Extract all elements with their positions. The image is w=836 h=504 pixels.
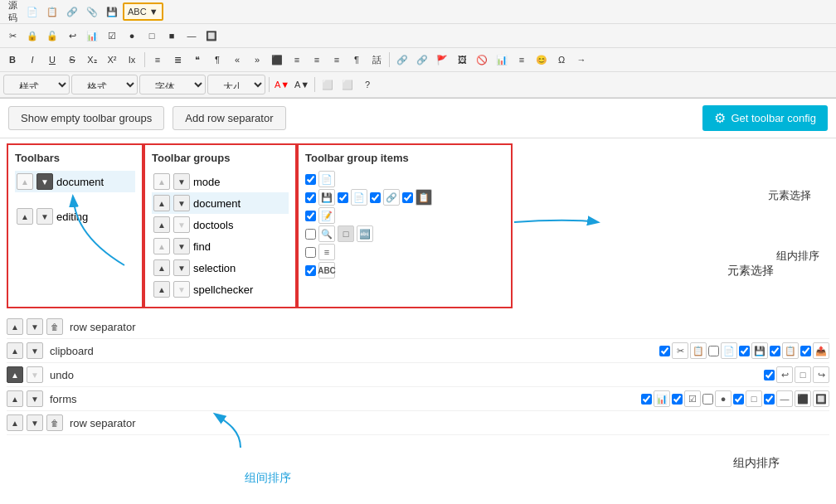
- item-cb-4[interactable]: [305, 229, 316, 240]
- emoji-btn[interactable]: 😊: [532, 51, 551, 69]
- down-document-btn[interactable]: ▼: [36, 173, 53, 190]
- forms-cb3[interactable]: [702, 394, 713, 405]
- alignl-btn[interactable]: ≡: [288, 51, 306, 69]
- forms-cb2[interactable]: [672, 394, 683, 405]
- up-forms-btn[interactable]: ▲: [7, 390, 23, 407]
- group-doctools[interactable]: ▲ ▼ doctools: [152, 214, 289, 235]
- item-cb-2[interactable]: [305, 192, 316, 203]
- clip-cb1[interactable]: [659, 346, 670, 356]
- border-btn[interactable]: 🔲: [202, 27, 221, 45]
- down-forms-btn[interactable]: ▼: [27, 390, 43, 407]
- up-clip-btn[interactable]: ▲: [7, 342, 23, 359]
- item-cb-6[interactable]: [305, 265, 316, 276]
- item-cb-3[interactable]: [305, 211, 316, 221]
- down-sep1-btn[interactable]: ▼: [27, 318, 43, 335]
- abc-btn[interactable]: ABC ▼: [123, 2, 163, 21]
- down-editing-btn[interactable]: ▼: [36, 208, 53, 225]
- anchor-btn[interactable]: 🚩: [433, 51, 451, 69]
- up-document-btn[interactable]: ▲: [17, 173, 33, 190]
- up-undo-btn[interactable]: ▲: [7, 366, 23, 383]
- link-btn[interactable]: 🔗: [393, 51, 411, 69]
- check-btn[interactable]: ☑: [103, 27, 121, 45]
- hline-btn[interactable]: ≡: [513, 51, 531, 69]
- sup-btn[interactable]: X²: [103, 51, 121, 69]
- blockquote-btn[interactable]: ❝: [188, 51, 207, 69]
- ol-btn[interactable]: ≡: [148, 51, 167, 69]
- strike-btn[interactable]: S: [63, 51, 81, 69]
- item-cb-5[interactable]: [305, 247, 316, 258]
- up-mode-btn[interactable]: ▲: [153, 173, 170, 190]
- up-sep2-btn[interactable]: ▲: [7, 414, 23, 431]
- size-select[interactable]: 大小: [207, 75, 265, 94]
- format-select[interactable]: 格式: [71, 75, 138, 94]
- cut-btn[interactable]: ✂: [3, 27, 22, 45]
- down-doctools-btn[interactable]: ▼: [173, 216, 190, 233]
- group-document[interactable]: ▲ ▼ document: [152, 192, 289, 214]
- rect-btn[interactable]: ■: [163, 27, 181, 45]
- up-find-btn[interactable]: ▲: [153, 238, 170, 254]
- unlock-btn[interactable]: 🔓: [43, 27, 61, 45]
- bold-btn[interactable]: B: [3, 51, 22, 69]
- alignc-btn[interactable]: ≡: [328, 51, 346, 69]
- down-spell-btn[interactable]: ▼: [173, 281, 190, 298]
- item-cb-2b[interactable]: [338, 192, 348, 203]
- arrow-btn[interactable]: →: [572, 51, 591, 69]
- toolbar-item-document[interactable]: ▲ ▼ document: [15, 171, 135, 192]
- tb-doc-btn[interactable]: 📄: [23, 2, 41, 21]
- unlink-btn[interactable]: 🔗: [413, 51, 431, 69]
- para-btn[interactable]: ¶: [208, 51, 226, 69]
- clip-cb3[interactable]: [739, 346, 750, 356]
- group-spellchecker[interactable]: ▲ ▼ spellchecker: [152, 279, 289, 300]
- circle-btn[interactable]: ●: [123, 27, 141, 45]
- tb-disk-btn[interactable]: 💾: [103, 2, 121, 21]
- undo-btn[interactable]: ↩: [63, 27, 81, 45]
- group-find[interactable]: ▲ ▼ find: [152, 235, 289, 257]
- table2-btn[interactable]: 📊: [493, 51, 511, 69]
- bgcolor-btn[interactable]: A▼: [293, 75, 311, 94]
- square-btn[interactable]: □: [143, 27, 161, 45]
- down-clip-btn[interactable]: ▼: [27, 342, 43, 359]
- source2-btn[interactable]: ⬜: [338, 75, 357, 94]
- underline-btn[interactable]: U: [43, 51, 61, 69]
- alignr-btn[interactable]: ≡: [308, 51, 326, 69]
- up-spell-btn[interactable]: ▲: [153, 281, 170, 298]
- help-btn[interactable]: ?: [358, 75, 377, 94]
- up-editing-btn[interactable]: ▲: [17, 208, 33, 225]
- down-find-btn[interactable]: ▼: [173, 238, 190, 254]
- get-config-btn[interactable]: ⚙ Get toolbar config: [702, 105, 828, 131]
- forms-cb5[interactable]: [764, 394, 775, 405]
- show-empty-btn[interactable]: Show empty toolbar groups: [8, 106, 164, 130]
- clip-cb2[interactable]: [708, 346, 719, 356]
- up-sep1-btn[interactable]: ▲: [7, 318, 23, 335]
- dash-btn[interactable]: —: [182, 27, 201, 45]
- item-cb-2d[interactable]: [402, 192, 413, 203]
- down-sel-btn[interactable]: ▼: [173, 259, 190, 276]
- del-sep2-btn[interactable]: 🗑: [46, 414, 63, 431]
- font-select[interactable]: 字体: [139, 75, 206, 94]
- noformat-btn[interactable]: 🚫: [473, 51, 491, 69]
- forms-cb1[interactable]: [641, 394, 652, 405]
- table-btn[interactable]: 📊: [83, 27, 101, 45]
- group-selection[interactable]: ▲ ▼ selection: [152, 257, 289, 279]
- outdent-btn[interactable]: »: [248, 51, 266, 69]
- down-sep2-btn[interactable]: ▼: [27, 414, 43, 431]
- justify-btn[interactable]: ⬛: [268, 51, 286, 69]
- tb-save-btn[interactable]: 🔗: [63, 2, 81, 21]
- lang-btn[interactable]: 話: [367, 51, 386, 69]
- clip-cb5[interactable]: [800, 346, 811, 356]
- down-mode-btn[interactable]: ▼: [173, 173, 190, 190]
- add-separator-btn[interactable]: Add row separator: [173, 106, 285, 130]
- style-select[interactable]: 样式: [3, 75, 70, 94]
- tb-attach-btn[interactable]: 📎: [83, 2, 101, 21]
- source-btn[interactable]: 源码: [3, 2, 22, 21]
- image-btn[interactable]: 🖼: [453, 51, 471, 69]
- tb-copy-btn[interactable]: 📋: [43, 2, 61, 21]
- up-gdoc-btn[interactable]: ▲: [153, 195, 170, 211]
- group-mode[interactable]: ▲ ▼ mode: [152, 171, 289, 192]
- up-doctools-btn[interactable]: ▲: [153, 216, 170, 233]
- italic-btn[interactable]: I: [23, 51, 41, 69]
- removeformat-btn[interactable]: Ix: [123, 51, 141, 69]
- forms-cb4[interactable]: [733, 394, 744, 405]
- down-gdoc-btn[interactable]: ▼: [173, 195, 190, 211]
- clip-cb4[interactable]: [770, 346, 780, 356]
